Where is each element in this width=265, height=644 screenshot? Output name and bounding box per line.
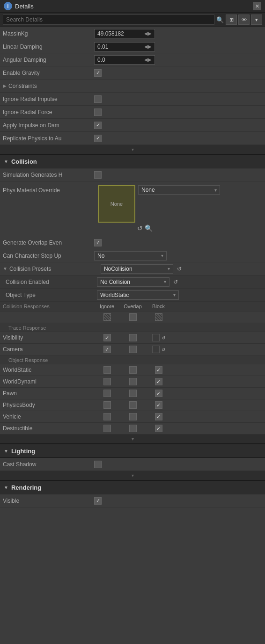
ignore-radial-force-checkbox[interactable] <box>94 109 102 116</box>
collision-presets-dropdown[interactable]: NoCollision ▾ <box>101 264 173 274</box>
visibility-reset-button[interactable]: ↺ <box>162 334 165 341</box>
pawn-block-checkbox[interactable] <box>155 390 162 397</box>
separator-arrow-icon: ▾ <box>132 147 134 152</box>
cast-shadow-checkbox[interactable] <box>94 461 102 468</box>
visibility-overlap-checkbox[interactable] <box>129 334 137 341</box>
worldstatic-ignore-checkbox[interactable] <box>103 366 111 374</box>
linear-damping-input[interactable]: 0.01 ◀▶ <box>94 42 155 51</box>
can-char-step-row: Can Character Step Up No ▾ <box>0 249 265 262</box>
visible-label: Visible <box>3 498 94 504</box>
arrow-button[interactable]: ▾ <box>251 14 262 25</box>
collision-enabled-reset-button[interactable]: ↺ <box>173 279 178 285</box>
massmkg-input[interactable]: 49.058182 ◀▶ <box>94 29 155 38</box>
physicsbody-block-checkbox[interactable] <box>155 401 162 409</box>
linear-damping-label: Linear Damping <box>3 43 94 50</box>
worlddynamic-overlap-checkbox[interactable] <box>129 378 137 385</box>
enable-gravity-label: Enable Gravity <box>3 70 94 76</box>
physicsbody-row: PhysicsBody <box>0 399 265 411</box>
worldstatic-block-checkbox[interactable] <box>155 366 162 374</box>
apply-impulse-label: Apply Impulse on Dam <box>3 122 94 129</box>
collision-responses-col-label: Collision Responses <box>3 304 94 309</box>
destructible-ignore-checkbox[interactable] <box>103 425 111 432</box>
generate-overlap-label: Generate Overlap Even <box>3 239 94 246</box>
linear-damping-arrow: ◀▶ <box>144 44 152 49</box>
sim-generates-row: Simulation Generates H <box>0 168 265 181</box>
lighting-triangle-icon: ▼ <box>4 449 8 454</box>
angular-damping-arrow: ◀▶ <box>144 57 152 62</box>
replicate-physics-row: Replicate Physics to Au <box>0 132 265 145</box>
worldstatic-overlap-checkbox[interactable] <box>129 366 137 374</box>
visible-checkbox[interactable] <box>94 497 102 505</box>
separator-lighting: ▾ <box>0 471 265 480</box>
grid-view-button[interactable]: ⊞ <box>226 14 237 25</box>
collision-presets-reset-button[interactable]: ↺ <box>177 266 182 272</box>
search-button[interactable]: 🔍 <box>216 16 224 23</box>
rendering-section-header[interactable]: ▼ Rendering <box>0 480 265 494</box>
worldstatic-row: WorldStatic <box>0 364 265 376</box>
can-char-step-dropdown[interactable]: No ▾ <box>94 251 167 260</box>
collision-enabled-arrow: ▾ <box>164 279 166 284</box>
vehicle-overlap-checkbox[interactable] <box>129 413 137 420</box>
worlddynamic-ignore-checkbox[interactable] <box>103 378 111 385</box>
collision-section-header[interactable]: ▼ Collision <box>0 154 265 168</box>
pawn-label: Pawn <box>3 390 94 397</box>
can-char-step-label: Can Character Step Up <box>3 253 94 259</box>
separator-physics: ▾ <box>0 145 265 154</box>
ignore-radial-impulse-label: Ignore Radial Impulse <box>3 96 94 102</box>
vehicle-block-checkbox[interactable] <box>155 413 162 420</box>
camera-block-checkbox[interactable] <box>152 346 160 353</box>
sim-generates-checkbox[interactable] <box>94 171 102 179</box>
close-button[interactable]: ✕ <box>253 2 261 10</box>
lighting-section-header[interactable]: ▼ Lighting <box>0 444 265 458</box>
destructible-overlap-checkbox[interactable] <box>129 425 137 432</box>
destructible-block-checkbox[interactable] <box>155 425 162 432</box>
pawn-overlap-checkbox[interactable] <box>129 390 137 397</box>
vehicle-ignore-checkbox[interactable] <box>103 413 111 420</box>
collision-all-overlap-checkbox[interactable] <box>129 313 137 321</box>
phys-material-dropdown-arrow: ▾ <box>214 188 217 193</box>
massmkg-arrow: ◀▶ <box>144 31 152 36</box>
visibility-ignore-checkbox[interactable] <box>103 334 111 341</box>
phys-material-label: Phys Material Override <box>3 185 94 194</box>
object-type-label: Object Type <box>6 292 97 298</box>
col-block-header: Block <box>146 304 171 309</box>
enable-gravity-checkbox[interactable] <box>94 69 102 77</box>
enable-gravity-row: Enable Gravity <box>0 66 265 80</box>
generate-overlap-checkbox[interactable] <box>94 239 102 246</box>
physicsbody-ignore-checkbox[interactable] <box>103 401 111 409</box>
destructible-label: Destructible <box>3 425 94 432</box>
search-input[interactable] <box>3 14 214 25</box>
worlddynamic-block-checkbox[interactable] <box>155 378 162 385</box>
sim-generates-label: Simulation Generates H <box>3 172 94 178</box>
collision-enabled-row: Collision Enabled No Collision ▾ ↺ <box>0 275 265 289</box>
cast-shadow-row: Cast Shadow <box>0 458 265 471</box>
constraints-row[interactable]: ▶ Constraints <box>0 80 265 93</box>
collision-enabled-dropdown[interactable]: No Collision ▾ <box>97 277 169 287</box>
phys-material-thumbnail: None <box>98 185 135 223</box>
collision-all-block-checkbox[interactable] <box>155 313 162 321</box>
camera-reset-button[interactable]: ↺ <box>162 346 165 353</box>
phys-material-dropdown[interactable]: None ▾ <box>138 185 220 195</box>
object-type-dropdown[interactable]: WorldStatic ▾ <box>97 290 179 300</box>
collision-all-ignore-checkbox[interactable] <box>103 313 111 321</box>
replicate-physics-checkbox[interactable] <box>94 135 102 142</box>
ignore-radial-impulse-row: Ignore Radial Impulse <box>0 93 265 106</box>
eye-button[interactable]: 👁 <box>238 14 250 25</box>
phys-material-browse-button[interactable]: 🔍 <box>145 224 153 232</box>
angular-damping-input[interactable]: 0.0 ◀▶ <box>94 55 155 65</box>
worlddynamic-label: WorldDynami <box>3 378 94 385</box>
rendering-section-title: Rendering <box>11 484 41 491</box>
camera-ignore-checkbox[interactable] <box>103 346 111 353</box>
camera-overlap-checkbox[interactable] <box>129 346 137 353</box>
physicsbody-overlap-checkbox[interactable] <box>129 401 137 409</box>
col-overlap-header: Overlap <box>120 304 146 309</box>
pawn-ignore-checkbox[interactable] <box>103 390 111 397</box>
vehicle-row: Vehicle <box>0 411 265 423</box>
massmkg-label: MassInKg <box>3 30 94 37</box>
toolbar-buttons: ⊞ 👁 ▾ <box>226 14 262 25</box>
phys-material-reset-button[interactable]: ↺ <box>137 224 143 232</box>
apply-impulse-checkbox[interactable] <box>94 122 102 129</box>
angular-damping-value: 0.0 ◀▶ <box>94 55 262 65</box>
ignore-radial-impulse-checkbox[interactable] <box>94 95 102 103</box>
visibility-block-checkbox[interactable] <box>152 334 160 341</box>
